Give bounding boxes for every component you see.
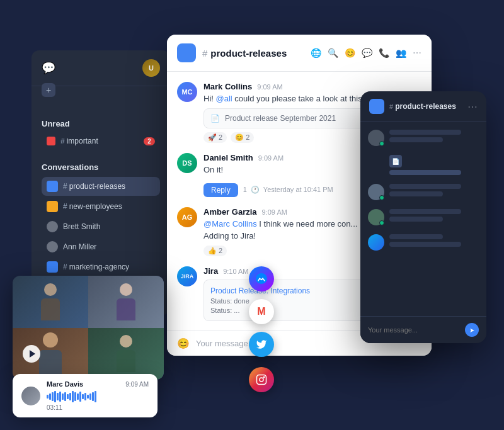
product-releases-label: product-releases: [69, 182, 155, 191]
mobile-message: [368, 234, 479, 251]
sender-name: Amber Garzia: [203, 207, 257, 217]
play-icon: [30, 350, 35, 358]
avatar-amber-garzia: AG: [177, 207, 197, 227]
mobile-channel-name: # product-releases: [389, 102, 467, 111]
emoji-icon[interactable]: 😊: [345, 48, 355, 58]
wave-bar: [84, 393, 86, 400]
text-line: [389, 130, 461, 135]
wave-bar: [47, 395, 49, 399]
wave-bar: [57, 393, 59, 400]
hash-icon: #: [60, 137, 65, 145]
mobile-msg-lines: [389, 130, 479, 145]
wave-bar: [59, 392, 61, 402]
voice-sender-name: Marc Davis: [47, 380, 83, 388]
person-body: [117, 298, 135, 320]
channel-icon-yellow: [47, 201, 58, 212]
message-icon[interactable]: 💬: [362, 48, 372, 58]
emoji-button[interactable]: 😊: [177, 337, 190, 349]
mobile-input-area: ➤: [360, 316, 486, 343]
instagram-icon[interactable]: [249, 367, 274, 392]
mobile-message: [368, 209, 479, 225]
video-card: [13, 276, 164, 380]
wave-bar: [69, 393, 71, 400]
online-indicator: [379, 141, 384, 146]
new-employees-label: new-employees: [69, 202, 155, 211]
video-cell-3: [13, 328, 88, 380]
sidebar-item-ann-miller[interactable]: Ann Miller: [42, 237, 160, 256]
reaction-rocket[interactable]: 🚀 2: [203, 132, 227, 143]
unread-important-item[interactable]: # important 2: [42, 133, 160, 149]
phone-icon[interactable]: 📞: [379, 48, 389, 58]
hash-icon: #: [63, 263, 67, 271]
more-icon[interactable]: ⋯: [467, 101, 478, 113]
message-time: 9:09 AM: [257, 83, 282, 91]
user-avatar[interactable]: U: [142, 59, 160, 77]
wave-bar: [64, 392, 66, 401]
waveform[interactable]: [47, 390, 149, 403]
text-line: [389, 209, 461, 214]
brett-smith-label: Brett Smith: [63, 222, 155, 231]
search-icon[interactable]: 🔍: [328, 48, 338, 58]
mobile-avatar-1: [368, 130, 384, 146]
reply-time: Yesterday at 10:41 PM: [263, 186, 333, 193]
mobile-avatar-jira: [368, 234, 384, 251]
instagram-svg: [256, 374, 267, 385]
sidebar-item-product-releases[interactable]: # product-releases: [42, 177, 160, 196]
sender-name: Jira: [203, 266, 218, 276]
more-icon[interactable]: ⋯: [413, 48, 421, 58]
reaction-thumbsup[interactable]: 👍 2: [203, 246, 227, 256]
mobile-input-field[interactable]: [368, 326, 465, 334]
wave-bar: [54, 391, 56, 402]
attachment-name: Product release September 2021: [225, 114, 336, 123]
avatar-daniel-smith: DS: [177, 153, 197, 173]
reply-info: 1 🕐 Yesterday at 10:41 PM: [243, 186, 333, 194]
channel-icon: [177, 43, 196, 62]
reaction-smile[interactable]: 😊 2: [231, 132, 254, 143]
add-member-icon[interactable]: 👥: [396, 48, 406, 58]
channel-icon-blue-dark: [47, 261, 58, 273]
sidebar-item-brett-smith[interactable]: Brett Smith: [42, 217, 160, 236]
voice-time: 9:09 AM: [125, 381, 149, 388]
doc-icon: 📄: [210, 114, 220, 123]
ann-miller-label: Ann Miller: [63, 242, 155, 251]
marketing-agency-label: marketing-agency: [69, 263, 155, 271]
sidebar-item-marketing-agency[interactable]: # marketing-agency: [42, 257, 160, 276]
online-indicator: [379, 195, 384, 200]
mobile-msg-lines: [389, 234, 479, 249]
gmail-icon[interactable]: M: [249, 299, 274, 324]
person-body: [39, 350, 62, 375]
avatar-mark-collins: MC: [177, 82, 197, 102]
mobile-msg-lines: [389, 184, 479, 199]
channel-icon-blue: [47, 181, 58, 192]
wave-bar: [77, 393, 79, 400]
add-button[interactable]: +: [42, 83, 55, 97]
person-body: [41, 298, 60, 320]
play-button[interactable]: [23, 345, 40, 363]
text-line: [389, 137, 443, 142]
messenger-icon[interactable]: [249, 266, 274, 291]
mobile-avatar-2: [368, 184, 384, 200]
mobile-send-button[interactable]: ➤: [465, 323, 479, 337]
sidebar: 💬 U + Unread # important 2 Conversations…: [32, 50, 170, 315]
mention: @Marc Collins: [203, 219, 257, 229]
wave-bar: [52, 392, 54, 401]
voice-sender-avatar: [21, 387, 40, 405]
person-head: [120, 283, 132, 296]
person-head: [120, 335, 132, 348]
sidebar-item-new-employees[interactable]: # new-employees: [42, 197, 160, 216]
twitter-icon[interactable]: [249, 332, 274, 357]
mobile-panel: # product-releases ⋯ 📄: [360, 91, 486, 343]
chat-channel-name: # product-releases: [202, 48, 311, 59]
globe-icon[interactable]: 🌐: [311, 48, 321, 58]
voice-message-card: Marc Davis 9:09 AM: [13, 374, 158, 417]
wave-bar: [74, 392, 76, 401]
badge-count: 2: [144, 137, 155, 145]
conversations-label: Conversations: [42, 162, 160, 172]
wave-bar: [92, 392, 94, 401]
reply-button[interactable]: Reply: [203, 183, 238, 197]
hash-icon: #: [202, 48, 207, 59]
social-icons-container: M: [249, 266, 274, 392]
sidebar-header: 💬 U: [32, 50, 170, 86]
unread-label: Unread: [42, 119, 160, 128]
chat-icon: 💬: [42, 61, 55, 75]
